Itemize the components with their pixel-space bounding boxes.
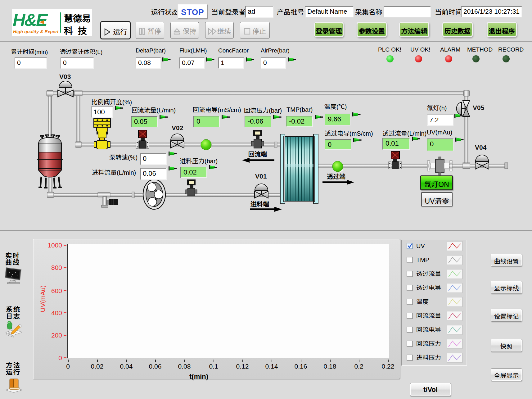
svg-text:回流电导: 回流电导: [416, 326, 441, 333]
svg-text:透过电导: 透过电导: [416, 284, 441, 291]
svg-text:UV: UV: [416, 243, 425, 249]
svg-text:透过流量: 透过流量: [416, 270, 441, 277]
svg-text:回流压力: 回流压力: [416, 340, 441, 347]
svg-text:TMP: TMP: [416, 256, 429, 263]
svg-text:进料压力: 进料压力: [416, 354, 441, 361]
svg-text:回流流量: 回流流量: [416, 312, 441, 319]
svg-text:温度: 温度: [416, 298, 429, 305]
